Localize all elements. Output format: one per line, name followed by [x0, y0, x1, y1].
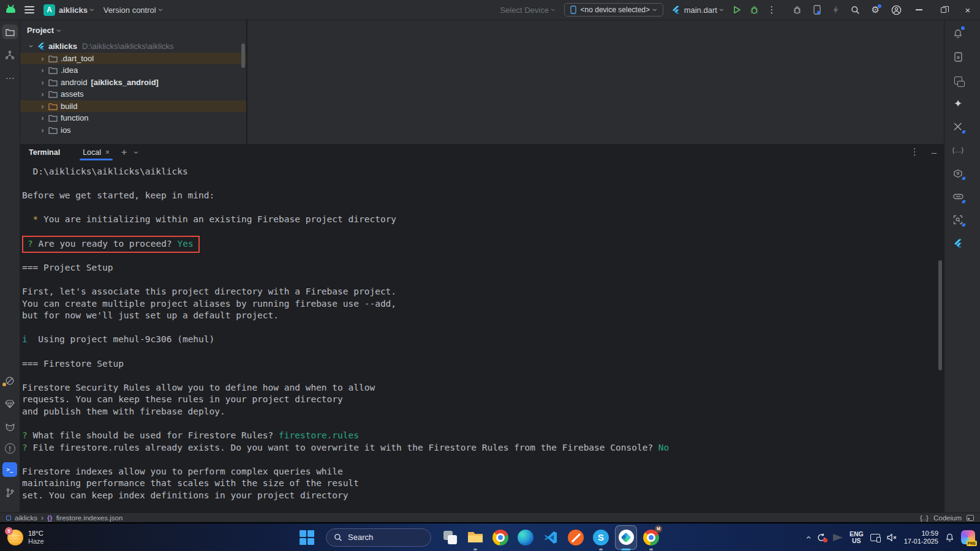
quiet-mode-icon[interactable] [833, 534, 843, 541]
copilot-icon[interactable]: PRE [961, 530, 975, 544]
cast-icon[interactable] [870, 534, 880, 541]
flutter-icon[interactable] [950, 236, 966, 250]
terminal-title[interactable]: Terminal [25, 148, 64, 157]
structure-tool-button[interactable] [2, 48, 18, 62]
update-icon[interactable] [816, 533, 826, 542]
skype-button[interactable]: S [590, 524, 612, 551]
editor-area[interactable] [247, 20, 944, 144]
task-view-button[interactable] [439, 524, 461, 551]
main-menu-icon[interactable] [24, 4, 34, 15]
problems-tool-button[interactable]: ! [5, 443, 15, 454]
gem-icon[interactable] [2, 397, 18, 411]
tree-item-ios[interactable]: ›ios [20, 124, 246, 137]
phone-icon [570, 6, 576, 14]
tree-item-.dart_tool[interactable]: ›.dart_tool [20, 53, 246, 65]
select-device-dropdown[interactable]: Select Device › [500, 6, 555, 15]
notifications-bell-icon[interactable] [950, 26, 966, 41]
more-actions-icon[interactable]: ⋮ [767, 6, 777, 15]
volume-muted-icon[interactable] [887, 533, 897, 542]
tree-item-.idea[interactable]: ›.idea [20, 64, 246, 77]
android-studio-button[interactable] [615, 524, 637, 551]
flutter-inspector-icon[interactable] [950, 119, 966, 134]
terminal-line: D:\aiklicks\aiklicks\aiklicks [22, 166, 944, 178]
chrome-profile-button[interactable]: M [640, 524, 662, 551]
edge-button[interactable] [514, 524, 537, 551]
more-tool-windows-icon[interactable]: ⋯ [2, 71, 18, 86]
chevron-expanded-icon[interactable]: › [27, 42, 36, 50]
chevron-right-icon[interactable]: › [39, 89, 47, 99]
chrome-button[interactable] [489, 524, 511, 551]
tree-item-function[interactable]: ›function [20, 112, 246, 124]
breadcrumb-project[interactable]: aiklicks [15, 514, 37, 522]
chevron-right-icon[interactable]: › [39, 113, 47, 122]
tree-item-build[interactable]: ›build [20, 100, 246, 113]
attach-debugger-icon[interactable] [793, 6, 802, 15]
cat-icon[interactable] [2, 420, 18, 435]
gemini-star-icon[interactable]: ✦ [950, 96, 966, 111]
debug-button[interactable] [750, 6, 759, 15]
codeium-status[interactable]: Codeium [933, 514, 962, 522]
weather-widget[interactable]: 5 18°C Haze [0, 530, 44, 545]
terminal-scrollbar[interactable] [938, 260, 942, 370]
chevron-right-icon[interactable]: › [39, 126, 47, 135]
mute-notifications-icon[interactable] [2, 373, 18, 388]
lightning-icon[interactable] [832, 5, 839, 15]
run-button[interactable] [733, 6, 741, 14]
app-insights-icon[interactable] [950, 166, 966, 181]
tree-item-root[interactable]: › aiklicks D:\aiklicks\aiklicks\aiklicks [20, 40, 246, 53]
terminal-output[interactable]: D:\aiklicks\aiklicks\aiklicks Before we … [20, 160, 944, 502]
project-panel-header[interactable]: Project › [20, 20, 246, 40]
terminal-line [22, 454, 944, 466]
terminal-options-icon[interactable]: ⋮ [910, 148, 919, 157]
taskbar-search[interactable]: Search [326, 528, 431, 547]
json-file-icon: {} [47, 514, 53, 522]
terminal-line [22, 346, 944, 358]
hide-terminal-icon[interactable]: – [932, 147, 937, 157]
file-explorer-button[interactable] [464, 524, 486, 551]
vcs-menu[interactable]: Version control › [104, 6, 163, 15]
screen-reader-icon[interactable] [967, 515, 974, 521]
restore-button[interactable] [931, 0, 956, 20]
project-scrollbar[interactable] [241, 43, 245, 68]
new-terminal-icon[interactable]: + [121, 147, 127, 158]
search-icon[interactable] [851, 6, 860, 15]
chevron-right-icon[interactable]: › [39, 66, 47, 75]
terminal-tab-local[interactable]: Local × [80, 144, 113, 160]
chevron-right-icon[interactable]: › [39, 102, 47, 111]
start-button[interactable] [296, 524, 318, 551]
language-switcher[interactable]: ENG US [850, 531, 864, 544]
tree-item-assets[interactable]: ›assets [20, 88, 246, 100]
device-label: <no device selected> [581, 6, 650, 14]
build-variants-icon[interactable] [950, 73, 966, 88]
tray-expand-icon[interactable]: › [804, 536, 813, 539]
close-tab-icon[interactable]: × [105, 148, 110, 157]
breadcrumb-file[interactable]: firestore.indexes.json [56, 514, 123, 522]
terminal-tool-button[interactable]: >_ [2, 462, 17, 477]
clock[interactable]: 10:59 17-01-2025 [904, 530, 938, 545]
project-switcher[interactable]: A aiklicks › [43, 4, 94, 16]
run-configuration[interactable]: main.dart › [672, 6, 724, 15]
tree-item-android[interactable]: ›android[aiklicks_android] [20, 77, 246, 89]
inspect-search-icon[interactable] [950, 212, 966, 227]
vscode-button[interactable] [540, 524, 562, 551]
device-selector[interactable]: <no device selected> › [564, 3, 663, 17]
flutter-outline-icon[interactable]: {…} [950, 143, 966, 157]
chevron-down-icon[interactable]: › [133, 151, 141, 154]
right-tool-stripe: ✦ {…} [944, 20, 980, 512]
windows-taskbar: 5 18°C Haze Search [0, 522, 980, 551]
notifications-bell-icon[interactable] [945, 533, 954, 542]
postman-button[interactable] [565, 524, 587, 551]
account-icon[interactable] [891, 5, 902, 15]
settings-button[interactable]: ⚙ [872, 6, 880, 15]
running-devices-icon[interactable] [950, 50, 966, 64]
project-tool-button[interactable] [2, 24, 18, 39]
deep-links-icon[interactable] [950, 189, 966, 204]
chevron-right-icon[interactable]: › [39, 78, 47, 87]
terminal-line: and publish them with firebase deploy. [22, 406, 944, 418]
device-mirroring-icon[interactable] [813, 5, 821, 15]
close-button[interactable]: × [956, 0, 980, 20]
minimize-button[interactable] [907, 0, 931, 20]
chevron-right-icon[interactable]: › [39, 54, 47, 63]
chevron-down-icon: › [88, 9, 97, 12]
git-branch-icon[interactable] [2, 485, 18, 500]
